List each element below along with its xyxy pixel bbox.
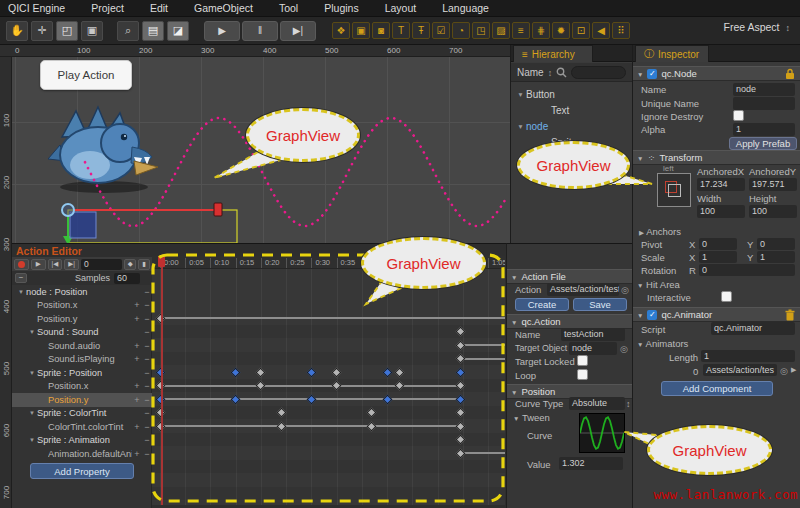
dopesheet-timeline[interactable]: 0:000:050:100:150:200:250:300:350:400:45… [152, 256, 505, 505]
scale-y-field[interactable]: 1 [757, 251, 795, 263]
add-key-button[interactable]: + [132, 449, 142, 459]
menu-plugins[interactable]: Plugins [324, 2, 358, 14]
lock-icon[interactable] [785, 68, 795, 80]
sort-icon[interactable] [548, 67, 553, 78]
menu-edit[interactable]: Edit [150, 2, 168, 14]
ui-box-icon[interactable]: ▣ [352, 22, 370, 39]
expand-arrow-icon[interactable] [513, 412, 519, 423]
next-key-button[interactable]: ▶| [64, 259, 79, 270]
keyframe-diamond[interactable] [155, 421, 165, 431]
remove-key-button[interactable]: − [142, 435, 152, 445]
component-enabled-checkbox[interactable] [647, 69, 657, 79]
anchoredy-field[interactable]: 197.571 [749, 178, 797, 191]
add-key-button[interactable]: + [132, 314, 142, 324]
pivot-y-field[interactable]: 0 [757, 238, 795, 250]
remove-key-button[interactable]: − [142, 381, 152, 391]
anchoredx-field[interactable]: 17.234 [697, 178, 745, 191]
node-icon[interactable]: ❖ [332, 22, 350, 39]
anchors-row[interactable]: Anchors [639, 226, 681, 237]
keyframe-diamond[interactable] [231, 367, 241, 377]
name-field[interactable]: node [733, 83, 795, 96]
add-key-button[interactable]: + [132, 354, 142, 364]
expand-arrow-icon[interactable]: ▼ [515, 123, 526, 130]
tween-icon[interactable]: ✹ [552, 22, 570, 39]
expand-arrow-icon[interactable]: ▼ [27, 437, 37, 443]
play-button[interactable]: ▶ [204, 21, 240, 41]
keyframe-diamond[interactable] [332, 367, 342, 377]
animators-row[interactable]: Animators [637, 338, 688, 349]
remove-key-button[interactable]: − [142, 449, 152, 459]
object-picker-icon[interactable] [620, 343, 628, 354]
action-name-field[interactable]: testAction [561, 328, 625, 341]
sliders-icon[interactable]: ⋕ [532, 22, 550, 39]
add-key-button[interactable]: + [132, 341, 142, 351]
remove-key-button[interactable]: − [142, 354, 152, 364]
menu-layout[interactable]: Layout [385, 2, 417, 14]
keyframe-diamond[interactable] [155, 367, 165, 377]
remove-key-button[interactable]: − [142, 422, 152, 432]
remove-key-button[interactable]: − [142, 327, 152, 337]
action-property-row[interactable]: ▼Sound : Sound− [12, 326, 152, 340]
add-component-button[interactable]: Add Component [661, 381, 773, 396]
tween-row[interactable]: Tween [513, 412, 550, 423]
expand-arrow-icon[interactable] [511, 271, 517, 282]
keyframe-diamond[interactable] [306, 394, 316, 404]
scale-x-field[interactable]: 1 [699, 251, 737, 263]
remove-key-button[interactable]: − [142, 368, 152, 378]
action-property-row[interactable]: ▼node : Position− [12, 285, 152, 299]
object-picker-icon[interactable] [780, 365, 788, 376]
alpha-field[interactable]: 1 [733, 123, 795, 136]
value-field[interactable]: 1.302 [559, 457, 623, 470]
target-locked-checkbox[interactable] [577, 355, 588, 366]
remove-key-button[interactable]: − [142, 395, 152, 405]
expand-arrow-icon[interactable] [511, 386, 517, 397]
expand-arrow-icon[interactable] [637, 279, 643, 290]
add-event-icon[interactable]: ▮ [138, 259, 150, 270]
keyframe-diamond[interactable] [256, 367, 266, 377]
action-property-row[interactable]: Position.x+− [12, 380, 152, 394]
unique-name-field[interactable] [733, 97, 795, 110]
action-property-row[interactable]: Position.y+− [12, 312, 152, 326]
anchor-preset-widget[interactable] [657, 173, 691, 207]
hand-tool-icon[interactable]: ✋ [6, 21, 28, 41]
object-picker-icon[interactable] [621, 284, 629, 295]
keyframe-diamond[interactable] [231, 394, 241, 404]
sound-icon[interactable]: ◀ [592, 22, 610, 39]
playhead-handle[interactable] [158, 256, 165, 267]
remove-key-button[interactable]: − [142, 341, 152, 351]
length-field[interactable]: 1 [701, 350, 795, 362]
pivot-x-field[interactable]: 0 [699, 238, 737, 250]
tab-inspector[interactable]: Inspector [635, 45, 709, 62]
rotation-field[interactable]: 0 [699, 264, 795, 276]
add-property-button[interactable]: Add Property [30, 463, 134, 479]
keyframe-diamond[interactable] [382, 367, 392, 377]
expand-arrow-icon[interactable] [637, 309, 643, 320]
action-property-row[interactable]: ▼Sprite : Position− [12, 366, 152, 380]
loop-checkbox[interactable] [577, 369, 588, 380]
hierarchy-search-input[interactable] [571, 66, 626, 79]
scale-tool-icon[interactable]: ◰ [56, 21, 78, 41]
keyframe-diamond[interactable] [276, 421, 286, 431]
remove-key-button[interactable]: − [142, 287, 152, 297]
action-property-row[interactable]: Position.x+− [12, 299, 152, 313]
action-property-row[interactable]: Animation.defaultAnim+− [12, 447, 152, 461]
trash-icon[interactable] [785, 309, 795, 321]
expand-arrow-icon[interactable] [637, 338, 643, 349]
image-icon[interactable]: ▨ [492, 22, 510, 39]
interactive-checkbox[interactable] [721, 291, 732, 302]
expand-arrow-icon[interactable] [637, 68, 643, 79]
qc-action-header[interactable]: qc.Action [507, 314, 632, 329]
remove-key-button[interactable]: − [142, 314, 152, 324]
remove-key-button[interactable]: − [142, 408, 152, 418]
keyframe-diamond[interactable] [367, 421, 377, 431]
expand-arrow-icon[interactable] [511, 316, 517, 327]
step-button[interactable]: ▶| [280, 21, 316, 41]
text-icon[interactable]: T [392, 22, 410, 39]
play-button[interactable]: ▶ [31, 259, 46, 270]
prev-key-button[interactable]: |◀ [48, 259, 63, 270]
dragon-sprite[interactable] [48, 103, 160, 193]
menu-qici-engine[interactable]: QICI Engine [8, 2, 65, 14]
script-field[interactable]: qc.Animator [711, 322, 795, 335]
menu-project[interactable]: Project [91, 2, 124, 14]
keyframe-diamond[interactable] [155, 313, 165, 323]
